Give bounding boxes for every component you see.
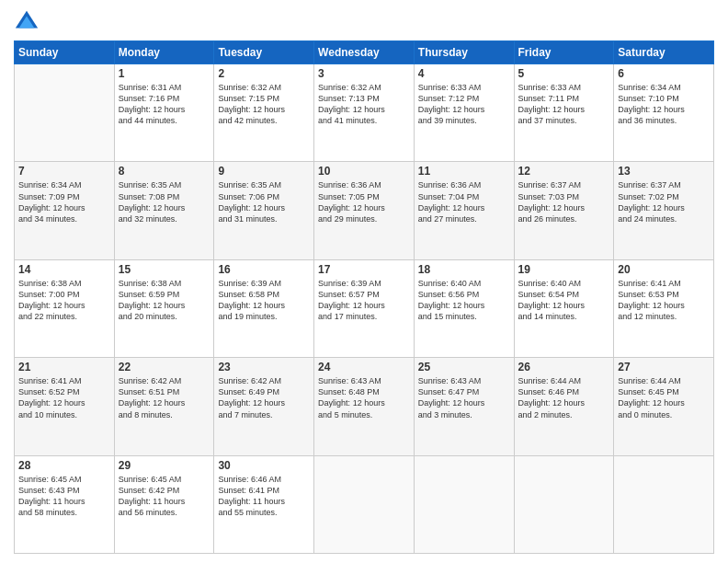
day-info: Sunrise: 6:37 AM Sunset: 7:02 PM Dayligh… (618, 179, 710, 224)
calendar-cell: 8Sunrise: 6:35 AM Sunset: 7:08 PM Daylig… (114, 162, 214, 259)
day-number: 4 (418, 67, 510, 80)
calendar-cell: 30Sunrise: 6:46 AM Sunset: 6:41 PM Dayli… (214, 455, 314, 553)
day-number: 13 (618, 165, 710, 178)
day-number: 15 (119, 263, 210, 276)
day-info: Sunrise: 6:38 AM Sunset: 7:00 PM Dayligh… (18, 278, 110, 323)
day-info: Sunrise: 6:41 AM Sunset: 6:53 PM Dayligh… (618, 278, 710, 323)
calendar-cell: 25Sunrise: 6:43 AM Sunset: 6:47 PM Dayli… (414, 358, 514, 455)
calendar-cell: 3Sunrise: 6:32 AM Sunset: 7:13 PM Daylig… (314, 64, 415, 162)
day-number: 8 (119, 165, 210, 178)
calendar-cell: 11Sunrise: 6:36 AM Sunset: 7:04 PM Dayli… (414, 162, 514, 259)
day-info: Sunrise: 6:45 AM Sunset: 6:42 PM Dayligh… (119, 474, 210, 519)
calendar-cell: 16Sunrise: 6:39 AM Sunset: 6:58 PM Dayli… (214, 259, 314, 357)
day-info: Sunrise: 6:36 AM Sunset: 7:04 PM Dayligh… (418, 179, 510, 224)
calendar-cell: 7Sunrise: 6:34 AM Sunset: 7:09 PM Daylig… (15, 162, 115, 259)
day-number: 2 (218, 67, 310, 80)
day-info: Sunrise: 6:42 AM Sunset: 6:49 PM Dayligh… (218, 375, 310, 420)
calendar-cell: 24Sunrise: 6:43 AM Sunset: 6:48 PM Dayli… (314, 358, 415, 455)
calendar-week-row: 7Sunrise: 6:34 AM Sunset: 7:09 PM Daylig… (15, 162, 714, 259)
calendar-cell (614, 455, 714, 553)
day-number: 28 (18, 459, 110, 472)
day-info: Sunrise: 6:42 AM Sunset: 6:51 PM Dayligh… (119, 375, 210, 420)
col-header-monday: Monday (114, 41, 214, 64)
day-number: 26 (518, 361, 610, 373)
calendar-cell: 5Sunrise: 6:33 AM Sunset: 7:11 PM Daylig… (514, 64, 614, 162)
calendar-week-row: 21Sunrise: 6:41 AM Sunset: 6:52 PM Dayli… (15, 358, 714, 455)
day-number: 11 (418, 165, 510, 178)
day-number: 12 (518, 165, 610, 178)
day-info: Sunrise: 6:39 AM Sunset: 6:58 PM Dayligh… (218, 278, 310, 323)
col-header-sunday: Sunday (15, 41, 115, 64)
day-info: Sunrise: 6:44 AM Sunset: 6:45 PM Dayligh… (618, 375, 710, 420)
page: SundayMondayTuesdayWednesdayThursdayFrid… (0, 0, 728, 563)
calendar-cell: 21Sunrise: 6:41 AM Sunset: 6:52 PM Dayli… (15, 358, 115, 455)
day-number: 25 (418, 361, 510, 373)
calendar-cell (414, 455, 514, 553)
day-info: Sunrise: 6:39 AM Sunset: 6:57 PM Dayligh… (318, 278, 410, 323)
col-header-tuesday: Tuesday (214, 41, 314, 64)
day-info: Sunrise: 6:34 AM Sunset: 7:10 PM Dayligh… (618, 82, 710, 127)
day-number: 9 (218, 165, 310, 178)
logo-icon (14, 9, 40, 35)
col-header-thursday: Thursday (414, 41, 514, 64)
day-number: 3 (318, 67, 410, 80)
day-number: 23 (218, 361, 310, 373)
day-number: 17 (318, 263, 410, 276)
day-number: 20 (618, 263, 710, 276)
day-info: Sunrise: 6:40 AM Sunset: 6:56 PM Dayligh… (418, 278, 510, 323)
day-number: 22 (119, 361, 210, 373)
day-number: 30 (218, 459, 310, 472)
col-header-friday: Friday (514, 41, 614, 64)
calendar-cell: 12Sunrise: 6:37 AM Sunset: 7:03 PM Dayli… (514, 162, 614, 259)
calendar-table: SundayMondayTuesdayWednesdayThursdayFrid… (14, 40, 714, 554)
day-info: Sunrise: 6:41 AM Sunset: 6:52 PM Dayligh… (18, 375, 110, 420)
calendar-header-row: SundayMondayTuesdayWednesdayThursdayFrid… (15, 41, 714, 64)
calendar-cell: 9Sunrise: 6:35 AM Sunset: 7:06 PM Daylig… (214, 162, 314, 259)
day-info: Sunrise: 6:32 AM Sunset: 7:13 PM Dayligh… (318, 82, 410, 127)
day-number: 7 (18, 165, 110, 178)
calendar-cell: 22Sunrise: 6:42 AM Sunset: 6:51 PM Dayli… (114, 358, 214, 455)
calendar-cell: 18Sunrise: 6:40 AM Sunset: 6:56 PM Dayli… (414, 259, 514, 357)
calendar-cell: 23Sunrise: 6:42 AM Sunset: 6:49 PM Dayli… (214, 358, 314, 455)
calendar-week-row: 28Sunrise: 6:45 AM Sunset: 6:43 PM Dayli… (15, 455, 714, 553)
col-header-saturday: Saturday (614, 41, 714, 64)
header (14, 9, 714, 35)
calendar-cell (514, 455, 614, 553)
day-number: 21 (18, 361, 110, 373)
calendar-cell: 14Sunrise: 6:38 AM Sunset: 7:00 PM Dayli… (15, 259, 115, 357)
calendar-cell: 13Sunrise: 6:37 AM Sunset: 7:02 PM Dayli… (614, 162, 714, 259)
calendar-week-row: 14Sunrise: 6:38 AM Sunset: 7:00 PM Dayli… (15, 259, 714, 357)
day-info: Sunrise: 6:43 AM Sunset: 6:47 PM Dayligh… (418, 375, 510, 420)
col-header-wednesday: Wednesday (314, 41, 415, 64)
day-info: Sunrise: 6:33 AM Sunset: 7:11 PM Dayligh… (518, 82, 610, 127)
calendar-cell: 17Sunrise: 6:39 AM Sunset: 6:57 PM Dayli… (314, 259, 415, 357)
calendar-cell: 27Sunrise: 6:44 AM Sunset: 6:45 PM Dayli… (614, 358, 714, 455)
day-info: Sunrise: 6:34 AM Sunset: 7:09 PM Dayligh… (18, 179, 110, 224)
day-info: Sunrise: 6:45 AM Sunset: 6:43 PM Dayligh… (18, 474, 110, 519)
day-number: 5 (518, 67, 610, 80)
calendar-cell: 26Sunrise: 6:44 AM Sunset: 6:46 PM Dayli… (514, 358, 614, 455)
day-number: 19 (518, 263, 610, 276)
day-info: Sunrise: 6:33 AM Sunset: 7:12 PM Dayligh… (418, 82, 510, 127)
day-info: Sunrise: 6:38 AM Sunset: 6:59 PM Dayligh… (119, 278, 210, 323)
calendar-cell: 6Sunrise: 6:34 AM Sunset: 7:10 PM Daylig… (614, 64, 714, 162)
day-info: Sunrise: 6:35 AM Sunset: 7:06 PM Dayligh… (218, 179, 310, 224)
day-number: 16 (218, 263, 310, 276)
day-number: 29 (119, 459, 210, 472)
day-number: 14 (18, 263, 110, 276)
day-info: Sunrise: 6:46 AM Sunset: 6:41 PM Dayligh… (218, 474, 310, 519)
day-number: 24 (318, 361, 410, 373)
logo (14, 9, 43, 35)
day-info: Sunrise: 6:32 AM Sunset: 7:15 PM Dayligh… (218, 82, 310, 127)
day-info: Sunrise: 6:36 AM Sunset: 7:05 PM Dayligh… (318, 179, 410, 224)
calendar-cell: 20Sunrise: 6:41 AM Sunset: 6:53 PM Dayli… (614, 259, 714, 357)
day-info: Sunrise: 6:44 AM Sunset: 6:46 PM Dayligh… (518, 375, 610, 420)
calendar-cell (314, 455, 415, 553)
calendar-cell: 28Sunrise: 6:45 AM Sunset: 6:43 PM Dayli… (15, 455, 115, 553)
calendar-cell: 1Sunrise: 6:31 AM Sunset: 7:16 PM Daylig… (114, 64, 214, 162)
day-info: Sunrise: 6:31 AM Sunset: 7:16 PM Dayligh… (119, 82, 210, 127)
day-number: 1 (119, 67, 210, 80)
calendar-cell: 15Sunrise: 6:38 AM Sunset: 6:59 PM Dayli… (114, 259, 214, 357)
calendar-cell: 29Sunrise: 6:45 AM Sunset: 6:42 PM Dayli… (114, 455, 214, 553)
day-number: 27 (618, 361, 710, 373)
